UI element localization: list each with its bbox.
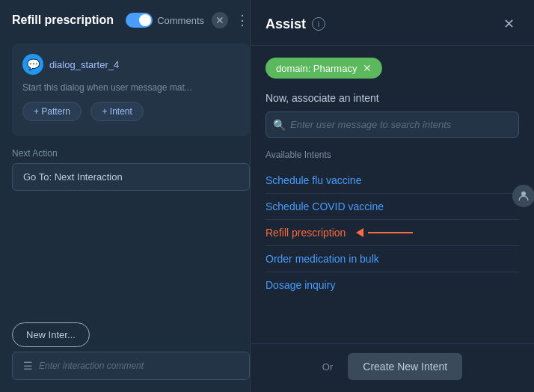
info-glyph: i	[318, 19, 319, 28]
header-controls: Comments ✕ ⋮	[126, 12, 250, 28]
new-inter-area: New Inter...	[12, 322, 90, 347]
intent-item[interactable]: Refill prescription	[266, 220, 519, 246]
main-panel: Refill prescription Comments ✕ ⋮ 💬 dialo…	[0, 0, 262, 392]
close-circle-icon: ✕	[215, 14, 224, 26]
starter-name: dialog_starter_4	[49, 59, 119, 70]
svg-point-0	[521, 192, 526, 196]
assist-body: domain: Pharmacy ✕ Now, associate an int…	[251, 46, 534, 343]
comment-icon: ☰	[23, 360, 33, 372]
intent-item-label: Dosage inquiry	[266, 279, 335, 291]
arrow-head	[356, 228, 363, 237]
assist-title-row: Assist i	[266, 16, 325, 32]
assist-title: Assist	[266, 16, 306, 32]
starter-header: 💬 dialog_starter_4	[22, 54, 239, 75]
comment-placeholder: Enter interaction comment	[39, 361, 144, 371]
comments-label: Comments	[157, 15, 204, 26]
search-wrapper: 🔍	[266, 111, 519, 138]
intent-item[interactable]: Dosage inquiry	[266, 272, 519, 298]
create-new-intent-button[interactable]: Create New Intent	[348, 353, 462, 380]
info-icon[interactable]: i	[312, 17, 325, 31]
arrow-indicator	[356, 228, 413, 237]
search-input[interactable]	[266, 111, 519, 138]
chat-glyph: 💬	[27, 58, 40, 70]
associate-label: Now, associate an intent	[266, 92, 519, 104]
new-inter-button[interactable]: New Inter...	[12, 322, 90, 347]
next-action-box: Go To: Next Interaction	[12, 163, 250, 191]
add-intent-button[interactable]: + Intent	[90, 102, 143, 121]
assist-panel: Assist i ✕ domain: Pharmacy ✕ Now, assoc…	[250, 0, 534, 392]
comments-toggle-wrapper: Comments	[126, 13, 204, 28]
intent-item-label: Schedule COVID vaccine	[266, 200, 384, 212]
assist-close-button[interactable]: ✕	[498, 13, 519, 34]
intent-item-label: Refill prescription	[266, 227, 346, 239]
right-edge-icon[interactable]	[512, 185, 534, 207]
available-intents-label: Available Intents	[266, 150, 519, 160]
comments-toggle[interactable]	[126, 13, 153, 28]
assist-header: Assist i ✕	[251, 0, 534, 46]
domain-tag-close[interactable]: ✕	[363, 62, 372, 74]
comment-field[interactable]: ☰ Enter interaction comment	[12, 352, 250, 380]
more-options-button[interactable]: ⋮	[236, 12, 250, 28]
starter-description: Start this dialog when user message mat.…	[22, 82, 239, 93]
close-icon: ✕	[503, 16, 515, 32]
dialog-starter-block: 💬 dialog_starter_4 Start this dialog whe…	[12, 43, 250, 136]
intent-list: Schedule flu vaccineSchedule COVID vacci…	[266, 168, 519, 298]
next-action-label: Next Action	[12, 148, 250, 159]
domain-tag-label: domain: Pharmacy	[276, 63, 357, 74]
intent-item[interactable]: Order medication in bulk	[266, 246, 519, 272]
domain-tag: domain: Pharmacy ✕	[266, 58, 382, 79]
chat-icon: 💬	[22, 54, 43, 75]
next-action-section: Next Action Go To: Next Interaction	[12, 148, 250, 191]
page-title: Refill prescription	[12, 13, 114, 27]
user-icon	[518, 190, 530, 202]
intent-item-label: Schedule flu vaccine	[266, 174, 361, 186]
intent-item-label: Order medication in bulk	[266, 253, 379, 265]
main-header: Refill prescription Comments ✕ ⋮	[12, 12, 250, 28]
assist-footer: Or Create New Intent	[251, 343, 534, 392]
search-icon: 🔍	[273, 119, 286, 131]
intent-item[interactable]: Schedule flu vaccine	[266, 168, 519, 194]
intent-item[interactable]: Schedule COVID vaccine	[266, 194, 519, 220]
close-circle-button[interactable]: ✕	[212, 12, 228, 28]
or-divider: Or	[322, 361, 333, 373]
add-pattern-button[interactable]: + Pattern	[22, 102, 82, 121]
arrow-line	[368, 232, 413, 233]
